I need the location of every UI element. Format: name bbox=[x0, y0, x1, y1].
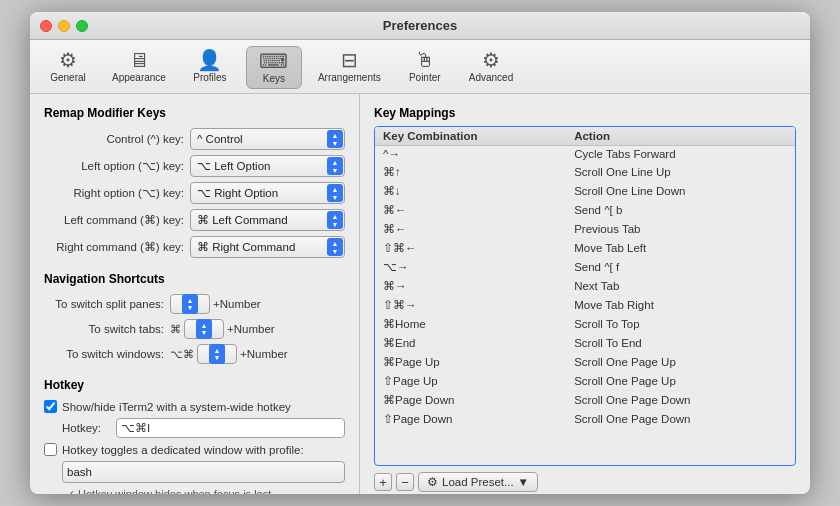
preset-chevron-icon: ▼ bbox=[518, 476, 529, 488]
hotkey-input[interactable] bbox=[116, 418, 345, 438]
maximize-button[interactable] bbox=[76, 20, 88, 32]
action-cell: Scroll One Page Up bbox=[566, 372, 795, 391]
keys-label: Keys bbox=[263, 73, 285, 84]
action-cell: Send ^[ b bbox=[566, 201, 795, 220]
nav-section: Navigation Shortcuts To switch split pan… bbox=[44, 272, 345, 364]
profile-select-wrapper: bash bbox=[62, 461, 345, 483]
hotkey-toggle-checkbox[interactable] bbox=[44, 443, 57, 456]
table-row[interactable]: ⌘←Previous Tab bbox=[375, 220, 795, 239]
pointer-icon: 🖱 bbox=[415, 50, 435, 70]
combo-cell: ⌥→ bbox=[375, 258, 566, 277]
right-panel: Key Mappings Key Combination Action ^→Cy… bbox=[360, 94, 810, 494]
general-icon: ⚙ bbox=[59, 50, 77, 70]
tab-general[interactable]: ⚙ General bbox=[40, 46, 96, 89]
table-row[interactable]: ⇧⌘←Move Tab Left bbox=[375, 239, 795, 258]
add-mapping-button[interactable]: + bbox=[374, 473, 392, 491]
left-panel: Remap Modifier Keys Control (^) key: ^ C… bbox=[30, 94, 360, 494]
tab-appearance[interactable]: 🖥 Appearance bbox=[104, 46, 174, 89]
right-option-select[interactable]: ⌥ Right Option bbox=[190, 182, 345, 204]
hotkey-show-row: Show/hide iTerm2 with a system-wide hotk… bbox=[44, 400, 345, 413]
hotkey-toggle-row: Hotkey toggles a dedicated window with p… bbox=[44, 443, 345, 456]
profiles-label: Profiles bbox=[193, 72, 226, 83]
action-cell: Scroll One Line Up bbox=[566, 163, 795, 182]
action-cell: Send ^[ f bbox=[566, 258, 795, 277]
table-row[interactable]: ⇧⌘→Move Tab Right bbox=[375, 296, 795, 315]
action-cell: Move Tab Left bbox=[566, 239, 795, 258]
combo-cell: ⌘↑ bbox=[375, 163, 566, 182]
remap-section-title: Remap Modifier Keys bbox=[44, 106, 345, 120]
table-row[interactable]: ⌘Page UpScroll One Page Up bbox=[375, 353, 795, 372]
combo-cell: ⇧⌘→ bbox=[375, 296, 566, 315]
control-select-wrapper: ^ Control ▲▼ bbox=[190, 128, 345, 150]
right-command-label: Right command (⌘) key: bbox=[44, 240, 184, 254]
hotkey-show-label: Show/hide iTerm2 with a system-wide hotk… bbox=[62, 401, 291, 413]
action-cell: Scroll To Top bbox=[566, 315, 795, 334]
nav-section-title: Navigation Shortcuts bbox=[44, 272, 345, 286]
tab-pointer[interactable]: 🖱 Pointer bbox=[397, 46, 453, 89]
left-option-label: Left option (⌥) key: bbox=[44, 159, 184, 173]
general-label: General bbox=[50, 72, 86, 83]
table-header-row: Key Combination Action bbox=[375, 127, 795, 146]
switch-tabs-controls: ⌘ ▲▼ +Number bbox=[170, 319, 275, 339]
table-row[interactable]: ⌘EndScroll To End bbox=[375, 334, 795, 353]
toolbar: ⚙ General 🖥 Appearance 👤 Profiles ⌨ Keys… bbox=[30, 40, 810, 94]
switch-windows-step-btn[interactable]: ▲▼ bbox=[209, 344, 225, 364]
right-command-select[interactable]: ⌘ Right Command bbox=[190, 236, 345, 258]
close-button[interactable] bbox=[40, 20, 52, 32]
control-select[interactable]: ^ Control bbox=[190, 128, 345, 150]
switch-tabs-label: To switch tabs: bbox=[44, 323, 164, 335]
tab-keys[interactable]: ⌨ Keys bbox=[246, 46, 302, 89]
arrangements-label: Arrangements bbox=[318, 72, 381, 83]
combo-cell: ⌘Home bbox=[375, 315, 566, 334]
tab-profiles[interactable]: 👤 Profiles bbox=[182, 46, 238, 89]
table-row[interactable]: ⌘←Send ^[ b bbox=[375, 201, 795, 220]
pointer-label: Pointer bbox=[409, 72, 441, 83]
combo-cell: ⌘→ bbox=[375, 277, 566, 296]
col-combo-header: Key Combination bbox=[375, 127, 566, 146]
switch-panes-step-btn[interactable]: ▲▼ bbox=[182, 294, 198, 314]
left-command-select[interactable]: ⌘ Left Command bbox=[190, 209, 345, 231]
table-footer: + − ⚙ Load Preset... ▼ bbox=[374, 472, 796, 492]
tab-arrangements[interactable]: ⊟ Arrangements bbox=[310, 46, 389, 89]
action-cell: Cycle Tabs Forward bbox=[566, 146, 795, 163]
profiles-icon: 👤 bbox=[197, 50, 222, 70]
action-cell: Scroll To End bbox=[566, 334, 795, 353]
table-row[interactable]: ^→Cycle Tabs Forward bbox=[375, 146, 795, 163]
switch-panes-value: +Number bbox=[213, 298, 261, 310]
left-command-label: Left command (⌘) key: bbox=[44, 213, 184, 227]
switch-windows-row: To switch windows: ⌥⌘ ▲▼ +Number bbox=[44, 344, 345, 364]
switch-windows-label: To switch windows: bbox=[44, 348, 164, 360]
advanced-icon: ⚙ bbox=[482, 50, 500, 70]
minimize-button[interactable] bbox=[58, 20, 70, 32]
table-row[interactable]: ⇧Page DownScroll One Page Down bbox=[375, 410, 795, 429]
right-option-select-wrapper: ⌥ Right Option ▲▼ bbox=[190, 182, 345, 204]
table-row[interactable]: ⌘↓Scroll One Line Down bbox=[375, 182, 795, 201]
appearance-label: Appearance bbox=[112, 72, 166, 83]
combo-cell: ^→ bbox=[375, 146, 566, 163]
profile-select[interactable]: bash bbox=[62, 461, 345, 483]
load-preset-button[interactable]: ⚙ Load Preset... ▼ bbox=[418, 472, 538, 492]
action-cell: Move Tab Right bbox=[566, 296, 795, 315]
switch-panes-stepper: ▲▼ bbox=[170, 294, 210, 314]
remove-mapping-button[interactable]: − bbox=[396, 473, 414, 491]
hotkey-show-checkbox[interactable] bbox=[44, 400, 57, 413]
switch-tabs-step-btn[interactable]: ▲▼ bbox=[196, 319, 212, 339]
table-row[interactable]: ⌘→Next Tab bbox=[375, 277, 795, 296]
switch-panes-label: To switch split panes: bbox=[44, 298, 164, 310]
table-row[interactable]: ⌘HomeScroll To Top bbox=[375, 315, 795, 334]
left-option-select[interactable]: ⌥ Left Option bbox=[190, 155, 345, 177]
table-row[interactable]: ⌘↑Scroll One Line Up bbox=[375, 163, 795, 182]
combo-cell: ⇧⌘← bbox=[375, 239, 566, 258]
switch-panes-controls: ▲▼ +Number bbox=[170, 294, 261, 314]
switch-windows-sym: ⌥⌘ bbox=[170, 348, 194, 361]
switch-windows-value: +Number bbox=[240, 348, 288, 360]
left-command-row: Left command (⌘) key: ⌘ Left Command ▲▼ bbox=[44, 209, 345, 231]
tab-advanced[interactable]: ⚙ Advanced bbox=[461, 46, 521, 89]
table-row[interactable]: ⌘Page DownScroll One Page Down bbox=[375, 391, 795, 410]
switch-tabs-sym: ⌘ bbox=[170, 323, 181, 336]
table-row[interactable]: ⌥→Send ^[ f bbox=[375, 258, 795, 277]
left-option-row: Left option (⌥) key: ⌥ Left Option ▲▼ bbox=[44, 155, 345, 177]
table-row[interactable]: ⇧Page UpScroll One Page Up bbox=[375, 372, 795, 391]
appearance-icon: 🖥 bbox=[129, 50, 149, 70]
action-cell: Previous Tab bbox=[566, 220, 795, 239]
